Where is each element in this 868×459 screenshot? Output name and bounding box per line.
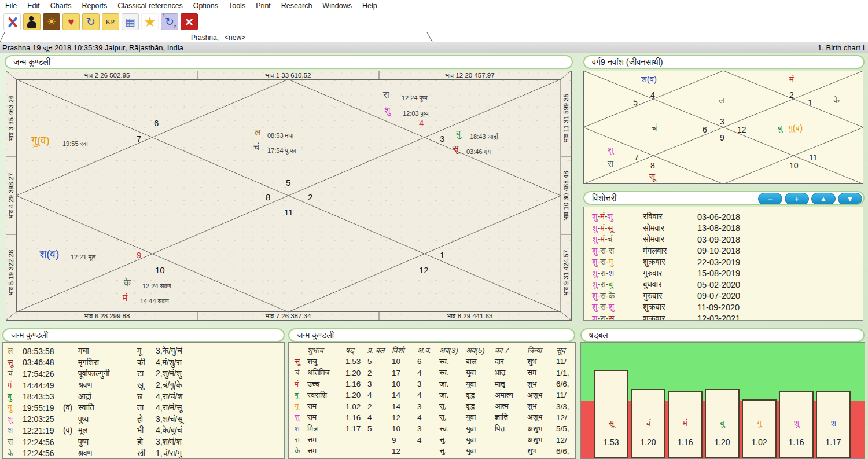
planet-abbr: गु — [295, 402, 307, 411]
dasha-row[interactable]: शु-मं-सू सोमवार 13-08-2018 — [584, 223, 863, 234]
dasha-row[interactable]: शु-रा-श गुरुवार 15-08-2019 — [584, 268, 863, 280]
planet-abbr: गु — [8, 403, 23, 413]
menu-tools[interactable]: Tools — [223, 2, 251, 10]
dasha-lords: शु-रा-के — [592, 291, 643, 301]
planet-saturn: श(व) — [641, 74, 657, 85]
dasha-row[interactable]: शु-रा-सू शुक्रवार 12-03-2021 — [584, 313, 863, 321]
sign-number: 4 — [650, 90, 655, 100]
lagna: ल — [719, 95, 724, 105]
menu-options[interactable]: Options — [188, 2, 223, 10]
planet-venus: शु — [608, 145, 613, 155]
retro-flag: (व) — [63, 403, 78, 413]
bar-value: 1.16 — [668, 438, 703, 447]
bar-label: बु — [705, 418, 740, 428]
bhava-label: भाव 1 33 610.52 — [266, 72, 311, 79]
planet-sun-detail: 03:46 मृग — [466, 148, 491, 156]
bhava-label: भाव 8 29 441.63 — [447, 313, 493, 320]
reader-icon[interactable] — [23, 13, 41, 30]
vimshottari-title: विंशोत्तरी — [592, 193, 616, 203]
dasha-down-button[interactable]: ▼ — [838, 193, 862, 205]
bhava-label: भाव 9 31 424.57 — [562, 250, 570, 296]
bar-jupiter — [742, 399, 777, 458]
kp-icon[interactable]: KP. — [102, 13, 119, 30]
menu-reports[interactable]: Reports — [77, 2, 113, 10]
sun-icon[interactable]: ☀ — [43, 13, 60, 30]
lords: 3,श/चं/सू — [156, 414, 183, 424]
lords: 2,शु/मं/शु — [156, 369, 182, 379]
dasha-lords: शु-मं-शु — [592, 212, 643, 222]
planet-time: 03:46:48 — [23, 358, 63, 367]
planet-abbr: सू — [8, 358, 23, 368]
dasha-weekday: शुक्रवार — [643, 257, 697, 267]
table-row: के 12:24:56 श्रवण खी 1,चं/रा/गु — [3, 447, 284, 459]
nakshatra: आर्द्रा — [78, 392, 137, 402]
menu-classical-references[interactable]: Classical references — [112, 2, 188, 10]
dasha-row[interactable]: शु-मं-शु रविवार 03-06-2018 — [584, 211, 863, 223]
planet-time: 12:21:19 — [23, 426, 63, 435]
syllable: हो — [137, 414, 156, 424]
syllable: खू — [137, 380, 156, 390]
dasha-date: 22-03-2019 — [697, 258, 740, 267]
tools-icon[interactable] — [3, 13, 21, 30]
dasha-weekday: शुक्रवार — [643, 302, 697, 312]
dasha-weekday: सोमवार — [643, 234, 697, 244]
dasha-date: 05-02-2020 — [697, 280, 740, 289]
rotate-chart-icon[interactable]: ↻ — [82, 13, 100, 30]
planet-mars-detail: 14:44 श्रवण — [140, 298, 169, 305]
dasha-row[interactable]: शु-मं-चं सोमवार 03-09-2018 — [584, 234, 863, 245]
dasha-date: 03-06-2018 — [697, 212, 740, 222]
sign-number: 8 — [266, 192, 270, 202]
close-icon[interactable]: × — [181, 13, 198, 30]
planet-mercury: बु — [456, 128, 461, 139]
dasha-date: 12-03-2021 — [697, 314, 740, 321]
dasha-date: 15-08-2019 — [697, 269, 740, 278]
menu-edit[interactable]: Edit — [22, 2, 45, 10]
dasha-lords: शु-रा-रा — [592, 246, 643, 256]
table-row: सू 03:46:48 मृगशिरा की 4,मं/शु/रा — [3, 357, 284, 369]
dasha-up-button[interactable]: ▲ — [811, 193, 836, 205]
sign-number: 9 — [137, 250, 141, 260]
nakshatra: मूल — [78, 425, 137, 435]
dasha-lords: शु-मं-सू — [592, 223, 643, 233]
table-row: सू शत्रु 1.53 5 10 6 स्व. बाल दार शुभ 11… — [289, 356, 575, 367]
dasha-lords: शु-रा-श — [592, 269, 643, 278]
syllable: खी — [137, 449, 156, 458]
sync-12-icon[interactable]: ↻12 — [161, 13, 178, 30]
application-window: File Edit Charts Reports Classical refer… — [0, 0, 868, 459]
bar-label: श — [816, 418, 851, 428]
table-row: शु सम 1.16 4 12 4 सु. युवा ज्ञाति अशुभ 1… — [289, 412, 575, 423]
tab-bar: Prashna, <new> — [0, 32, 868, 42]
menu-charts[interactable]: Charts — [45, 2, 77, 10]
strength-table: शुभत्व षड् प्र. बल विंशो अ.व. अव(3) अव(5… — [288, 342, 576, 459]
menu-help[interactable]: Help — [357, 2, 382, 10]
dasha-row[interactable]: शु-रा-शु शुक्रवार 11-09-2020 — [584, 302, 863, 313]
dasha-row[interactable]: शु-रा-बु बुधवार 05-02-2020 — [584, 279, 863, 291]
chart-notes-icon[interactable]: ▦ — [122, 13, 139, 30]
planet-saturn: श(व) — [39, 248, 59, 260]
tab-prashna[interactable]: Prashna, <new> — [191, 34, 245, 42]
dasha-date: 09-10-2018 — [697, 246, 740, 255]
heart-icon[interactable]: ♥ — [62, 13, 80, 30]
dasha-zoom-in-button[interactable]: + — [785, 193, 809, 205]
menu-bar: File Edit Charts Reports Classical refer… — [0, 0, 868, 12]
tab-outline — [0, 32, 868, 42]
nakshatra: पुष्य — [78, 437, 137, 447]
menu-file[interactable]: File — [0, 2, 22, 10]
lords: 4,रा/चं/श — [156, 392, 182, 402]
table-row: बु स्वराशि 1.20 4 14 4 जा. वृद्ध अमात्य … — [289, 390, 575, 401]
dasha-row[interactable]: शु-रा-रा मंगलवार 09-10-2018 — [584, 245, 863, 257]
dasha-weekday: शुक्रवार — [643, 314, 697, 321]
bhava-label: भाव 5 19 322.28 — [8, 250, 15, 296]
dasha-list: शु-मं-शु रविवार 03-06-2018 शु-मं-सू सोमव… — [583, 207, 863, 321]
dasha-row[interactable]: शु-रा-के गुरुवार 09-07-2020 — [584, 291, 863, 302]
menu-windows[interactable]: Windows — [317, 2, 357, 10]
dasha-zoom-out-button[interactable]: − — [758, 193, 782, 205]
sign-number: 4 — [419, 118, 424, 128]
star-icon[interactable]: ★ — [141, 13, 159, 30]
syllable: हो — [137, 437, 156, 447]
dasha-row[interactable]: शु-रा-गु शुक्रवार 22-03-2019 — [584, 256, 863, 268]
menu-research[interactable]: Research — [276, 2, 318, 10]
sign-number: 2 — [789, 90, 794, 100]
vimshottari-header: विंशोत्तरी − + ▲ ▼ — [583, 191, 865, 205]
menu-print[interactable]: Print — [251, 2, 276, 10]
